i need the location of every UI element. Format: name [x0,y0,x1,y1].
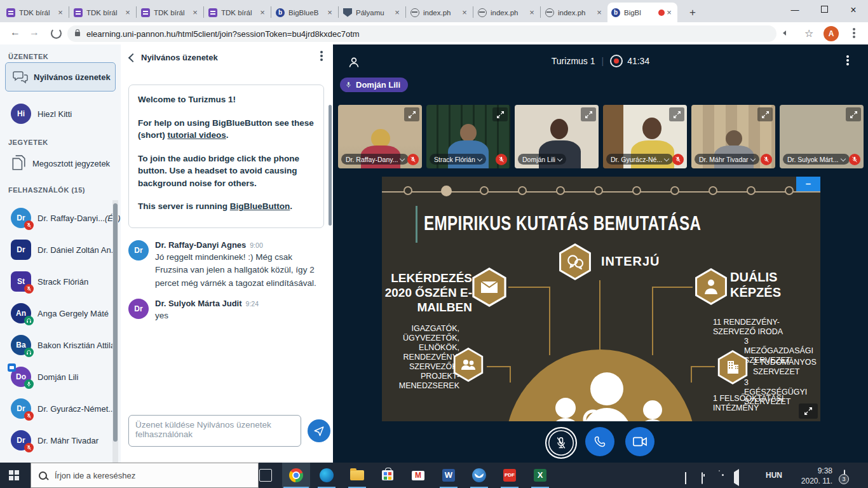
tab-index-1[interactable]: index.ph× [407,3,473,22]
user-list-item[interactable]: An Anga Gergely Máté [0,297,113,329]
user-list-item[interactable]: Ba Bakon Krisztián Attila [0,329,113,361]
tab-close-icon[interactable]: × [595,8,604,17]
fullscreen-icon[interactable] [581,107,596,121]
user-list-item[interactable]: Dr Dr. Dániel Zoltán An... [0,234,113,266]
video-name-pill[interactable]: Dr. Sulyok Márt... [783,154,850,165]
volume-icon[interactable] [734,472,739,484]
user-list-item[interactable]: St Strack Flórián [0,266,113,297]
tab-bigbluebutton[interactable]: bBigBlueB× [272,3,338,22]
tab-close-icon[interactable]: × [325,8,334,17]
fullscreen-icon[interactable] [757,107,773,121]
browser-menu-icon[interactable] [853,32,855,34]
video-tile[interactable]: Dr. Raffay-Dany... [338,105,422,168]
video-name-pill[interactable]: Dr. Máhr Tivadar [695,154,759,165]
presentation-fullscreen-button[interactable] [799,403,818,419]
video-tile[interactable]: Strack Flórián [426,105,510,168]
fullscreen-icon[interactable] [492,107,508,121]
sidebar-item-private-chat[interactable]: Hi Hiezl Kitti [0,98,113,130]
webcam-toggle-button[interactable] [625,427,654,456]
video-tile[interactable]: Dr. Gyurácz-Né... [603,105,687,168]
fullscreen-icon[interactable] [404,107,419,121]
tab-close-icon[interactable]: × [393,8,402,17]
browser-profile-avatar[interactable]: A [824,26,839,41]
video-name-pill[interactable]: Domján Lili [518,154,566,165]
tab-index-2[interactable]: index.ph× [474,3,540,22]
chat-scrollbar-thumb[interactable] [329,105,332,226]
start-button[interactable] [9,470,19,480]
taskbar-store-icon[interactable] [374,463,402,488]
tab-close-icon[interactable]: × [56,8,65,17]
tab-close-icon[interactable]: × [258,8,267,17]
user-list-item[interactable]: Dr Dr. Gyurácz-Német... [0,393,113,424]
tutorial-videos-link[interactable]: tutorial videos [168,130,226,140]
mute-toggle-button[interactable] [545,427,577,459]
tab-palyamu[interactable]: Pályamu× [339,3,405,22]
tab-tdk-2[interactable]: TDK bírál× [70,3,136,22]
tab-index-3[interactable]: index.ph× [541,3,607,22]
taskbar-clock[interactable]: 9:38 2020. 11. 25. [790,466,832,488]
chat-message-input[interactable] [128,415,301,447]
language-indicator[interactable]: HUN [766,471,782,480]
taskbar-chrome-icon[interactable] [282,463,310,488]
users-scrollbar-thumb[interactable] [113,203,118,442]
fullscreen-icon[interactable] [846,107,861,121]
video-name-pill[interactable]: Dr. Gyurácz-Né... [606,154,673,165]
window-minimize-button[interactable]: — [780,0,810,20]
back-icon[interactable]: ← [10,27,20,38]
tray-chevron-icon[interactable] [685,473,686,485]
chat-header[interactable]: Nyilvános üzenetek [130,53,218,62]
chevron-down-icon [840,156,845,161]
padlock-icon[interactable] [75,32,80,36]
taskbar-explorer-icon[interactable] [343,463,371,488]
tab-close-icon[interactable]: × [665,8,674,17]
video-name-pill[interactable]: Dr. Raffay-Dany... [341,154,409,165]
new-tab-button[interactable]: + [685,5,700,20]
address-bar[interactable]: elearning.uni-pannon.hu/html5client/join… [67,25,776,42]
user-list-item[interactable]: Do Domján Lili [0,361,113,393]
task-view-button[interactable] [252,463,280,488]
sidebar-item-public-chat[interactable]: Nyilvános üzenetek [5,62,116,92]
battery-icon[interactable] [702,473,703,484]
video-tile[interactable]: Dr. Máhr Tivadar [691,105,775,168]
minimize-presentation-button[interactable]: – [796,177,820,191]
bookmark-star-icon[interactable]: ☆ [804,27,813,39]
tab-close-icon[interactable]: × [191,8,200,17]
wifi-icon[interactable] [718,471,721,483]
taskbar-pdf-icon[interactable]: PDF [496,463,524,488]
reload-icon[interactable] [51,28,62,39]
taskbar-mail-icon[interactable]: M [404,463,432,488]
tab-tdk-1[interactable]: TDK bírál× [3,3,69,22]
fullscreen-icon[interactable] [669,107,684,121]
send-message-button[interactable] [308,419,330,442]
leave-audio-button[interactable] [585,427,614,456]
tab-tdk-4[interactable]: TDK bírál× [205,3,271,22]
video-tile[interactable]: Domján Lili [515,105,599,168]
recording-indicator[interactable]: 41:34 [610,55,649,67]
sidebar-item-shared-notes[interactable]: Megosztott jegyzetek [0,147,113,179]
tab-close-icon[interactable]: × [527,8,536,17]
window-close-button[interactable]: × [839,0,868,20]
tab-close-icon[interactable]: × [123,8,132,17]
video-tile[interactable]: Dr. Sulyok Márt... [780,105,864,168]
forward-icon[interactable]: → [29,27,39,38]
tab-tdk-3[interactable]: TDK bírál× [137,3,203,22]
bigbluebutton-link[interactable]: BigBlueButton [230,201,290,211]
tab-close-icon[interactable]: × [460,8,469,17]
options-menu-icon[interactable] [846,55,849,58]
search-input[interactable] [53,470,234,481]
user-list-item[interactable]: Dr Dr. Raffay-Danyi...(Én) [0,202,113,234]
window-maximize-button[interactable] [810,0,839,20]
talking-indicator[interactable]: Domján Lili [340,78,408,92]
chat-menu-icon[interactable] [320,55,323,57]
presentation-slide[interactable]: EMPIRIKUS KUTATÁS BEMUTATÁSA INTERJÚ LEK… [382,177,820,421]
taskbar-edge-icon[interactable] [313,463,341,488]
notification-center-icon[interactable]: 3 [844,470,845,482]
taskbar-word-icon[interactable]: W [435,463,463,488]
video-name-pill[interactable]: Strack Flórián [430,154,486,165]
taskbar-thunderbird-icon[interactable] [465,463,493,488]
taskbar-excel-icon[interactable]: X [526,463,554,488]
user-list-item[interactable]: Dr Dr. Máhr Tivadar [0,424,113,456]
url-text[interactable]: elearning.uni-pannon.hu/html5client/join… [86,29,360,39]
taskbar-search[interactable] [31,463,259,488]
tab-bigbluebutton-active[interactable]: bBigBl× [607,3,677,22]
